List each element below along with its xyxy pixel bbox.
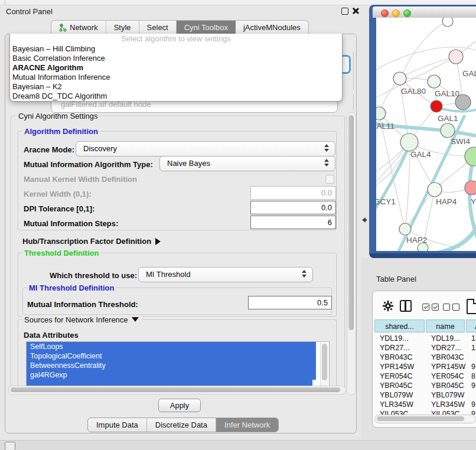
node-gal4[interactable] [400, 133, 418, 151]
list-vertical-scrollbar[interactable] [320, 343, 328, 386]
dpi-tolerance-label: DPI Tolerance [0,1]: [24, 204, 94, 213]
close-icon[interactable] [351, 7, 359, 15]
mi-steps-field[interactable] [250, 216, 336, 229]
tab-infer-network[interactable]: Infer Network [216, 418, 278, 432]
minimize-traffic-light-icon[interactable] [392, 9, 400, 17]
dropdown-item[interactable]: Dream8 DC_TDC Algorithm [10, 92, 342, 101]
node-label: GAL11 [376, 122, 395, 131]
table-row[interactable]: YBR043CYBR043C [374, 353, 476, 362]
scrollbar-thumb[interactable] [377, 416, 464, 421]
column-header-partial[interactable]: A [466, 319, 476, 332]
node-hap4[interactable] [428, 182, 442, 197]
mi-threshold-label: Mutual Information Threshold: [27, 300, 138, 309]
list-item[interactable]: SelfLoops [27, 342, 316, 351]
close-traffic-light-icon[interactable] [381, 9, 389, 17]
node-gal1[interactable] [431, 100, 442, 112]
dropdown-item[interactable]: Mutual Information Inference [10, 73, 342, 82]
which-threshold-combobox[interactable]: MI Threshold [138, 267, 313, 282]
tab-jactivemnodules[interactable]: jActiveMNodules [236, 21, 308, 34]
node-gal11[interactable] [376, 107, 386, 120]
group-edge-sliver [353, 94, 354, 110]
list-item[interactable]: gal4RGexp [27, 370, 316, 380]
list-item[interactable]: BetweennessCentrality [27, 361, 316, 370]
control-panel-title: Control Panel [6, 7, 53, 16]
table-row[interactable]: YDR27...YDR27...12 [374, 343, 476, 353]
collapse-down-icon [132, 317, 139, 322]
column-header-shared[interactable]: shared... [374, 319, 425, 332]
hub-definition-toggle[interactable]: Hub/Transcription Factor Definition [22, 237, 161, 246]
node-label: HAP4 [436, 197, 457, 206]
function-builder-icon[interactable] [467, 299, 476, 314]
dpi-tolerance-field[interactable] [250, 201, 336, 214]
table-row[interactable]: YBR045CYBR045C9. [374, 381, 476, 390]
table-horizontal-scrollbar[interactable] [374, 415, 476, 423]
node-label: GAL10 [435, 89, 459, 98]
network-window-titlebar[interactable] [373, 6, 476, 18]
sources-title[interactable]: Sources for Network Inference [22, 315, 141, 324]
node[interactable] [442, 18, 453, 27]
manual-kernel-checkbox[interactable] [325, 175, 334, 184]
node-gal10[interactable] [428, 75, 441, 88]
column-header-name[interactable]: name [426, 319, 465, 332]
select-all-icon[interactable] [422, 304, 439, 311]
node-salmon[interactable] [465, 181, 476, 195]
float-panel-icon[interactable] [341, 8, 348, 15]
kernel-width-label: Kernel Width (0,1): [24, 190, 92, 198]
node-label: SWI4 [451, 137, 470, 146]
node-gal80[interactable] [393, 72, 406, 85]
dropdown-item[interactable]: Bayesian – K2 [10, 82, 342, 92]
tab-network[interactable]: Network [51, 21, 106, 34]
list-item-partial [27, 380, 312, 386]
table-row[interactable]: YER054CYER054C8. [374, 371, 476, 381]
list-item[interactable]: TopologicalCoefficient [27, 351, 316, 361]
tab-impute-data[interactable]: Impute Data [88, 418, 147, 432]
show-columns-icon[interactable] [400, 300, 412, 312]
data-attributes-list[interactable]: SelfLoops TopologicalCoefficient Between… [26, 341, 330, 387]
mi-steps-label: Mutual Information Steps: [24, 219, 118, 228]
tab-discretize-data[interactable]: Discretize Data [147, 418, 216, 432]
tab-select[interactable]: Select [139, 21, 177, 34]
dropdown-item[interactable]: Basic Correlation Inference [10, 54, 342, 63]
dropdown-item-aracne[interactable]: ARACNE Algorithm [10, 63, 342, 73]
table-row[interactable]: YDL19...YDL19...13 [374, 334, 476, 343]
gear-icon[interactable] [383, 301, 393, 311]
deselect-all-icon[interactable] [443, 304, 459, 311]
dropdown-item[interactable]: Bayesian – Hill Climbing [10, 44, 342, 54]
settings-vertical-scrollbar[interactable] [347, 112, 356, 395]
combo-arrows-icon [302, 270, 307, 278]
node-label: HAP2 [406, 236, 427, 244]
app-root: { "colors": { "selection_blue": "#3a6fd6… [0, 0, 476, 450]
table-row-partial[interactable]: YIL053CYIL053C9. [374, 409, 476, 415]
control-panel-tabbar: Network Style Select Cyni Toolbox jActiv… [51, 20, 309, 34]
mi-type-label: Mutual Information Algorithm Type: [24, 160, 153, 169]
tab-style[interactable]: Style [106, 21, 139, 34]
settings-horizontal-scrollbar[interactable] [8, 386, 346, 394]
node-hap2[interactable] [399, 223, 411, 235]
scrollbar-thumb[interactable] [11, 387, 340, 392]
aracne-mode-combobox[interactable]: Discovery [76, 141, 335, 156]
network-graph: GAL GAL80 GAL10 GAL1 GAL11 SWI4 GAL4 GCY… [376, 18, 476, 251]
scrollbar-thumb[interactable] [348, 115, 354, 330]
zoom-traffic-light-icon[interactable] [403, 9, 411, 17]
scrollbar-thumb[interactable] [322, 344, 327, 380]
network-window-shadow [369, 253, 476, 258]
algorithm-definition-title: Algorithm Definition [22, 127, 100, 136]
kernel-width-field[interactable] [250, 186, 336, 200]
node-label: Y [471, 197, 476, 206]
table-row[interactable]: YLR345WYLR345W9. [374, 400, 476, 409]
table-row[interactable]: YBL079WYBL079W [374, 390, 476, 400]
node-swi4[interactable] [441, 123, 455, 138]
aracne-mode-label: Aracne Mode: [24, 145, 74, 154]
table-row[interactable]: YPR145WYPR145W9. [374, 362, 476, 371]
node-gal-partial[interactable] [449, 50, 463, 64]
bottom-tab-group: Impute Data Discretize Data Infer Networ… [87, 418, 279, 432]
manual-kernel-label: Manual Kernel Width Definition [24, 175, 137, 184]
settings-group-title: Cyni Algorithm Settings [16, 112, 100, 120]
data-attributes-label: Data Attributes [24, 331, 79, 340]
mi-threshold-field[interactable] [248, 296, 332, 309]
network-canvas[interactable]: GAL GAL80 GAL10 GAL1 GAL11 SWI4 GAL4 GCY… [376, 18, 476, 251]
dock-panel-icon[interactable] [5, 442, 15, 450]
apply-button[interactable]: Apply [158, 399, 201, 412]
mi-type-combobox[interactable]: Naive Bayes [159, 156, 335, 171]
tab-cyni-toolbox[interactable]: Cyni Toolbox [177, 21, 236, 34]
